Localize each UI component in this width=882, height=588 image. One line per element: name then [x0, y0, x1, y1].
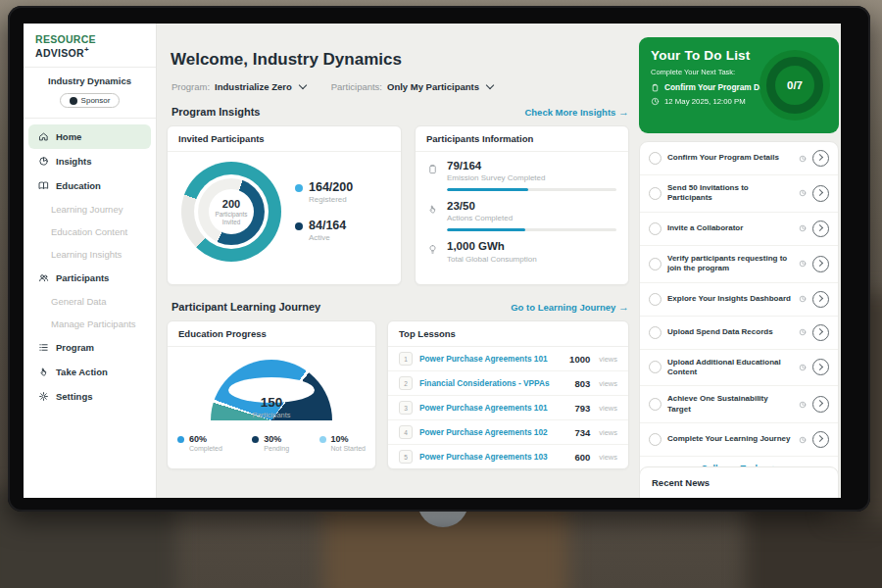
donut-legend: 164/200 Registered 84/164 Active [295, 181, 353, 242]
checkbox-icon[interactable] [649, 187, 662, 200]
lesson-link[interactable]: Power Purchase Agreements 102 [419, 427, 567, 437]
gauge-value-label: Participants [168, 411, 375, 419]
legend-pct: 60% [189, 434, 222, 445]
pie-chart-icon [38, 156, 49, 167]
sidebar-item-learning-insights[interactable]: Learning Insights [24, 243, 156, 266]
go-to-learning-journey-link[interactable]: Go to Learning Journey → [511, 301, 629, 313]
lesson-row: 4 Power Purchase Agreements 102 734 view… [388, 420, 628, 445]
program-filter-label: Program: [172, 81, 210, 92]
chevron-right-icon[interactable] [812, 291, 829, 308]
due-date-label: 12 May 2025, 12:00 PM [664, 97, 746, 106]
legend-label: Not Started [331, 445, 366, 452]
todo-item-explore-insights[interactable]: Explore Your Insights Dashboard [640, 283, 838, 317]
chevron-right-icon[interactable] [812, 220, 829, 237]
participants-dropdown[interactable]: Participants: Only My Participants [331, 81, 493, 92]
recent-news-card: Recent News [639, 466, 839, 498]
chevron-right-icon[interactable] [812, 324, 829, 341]
lesson-link[interactable]: Financial Considerations - VPPAs [419, 378, 567, 388]
active-label: Active [309, 233, 346, 242]
legend-registered: 164/200 Registered [295, 181, 353, 204]
sidebar-item-label: Manage Participants [51, 318, 136, 329]
checkbox-icon[interactable] [649, 293, 662, 306]
invited-participants-body: 200 Participants Invited 164/200 Registe… [168, 152, 401, 262]
sidebar-item-home[interactable]: Home [28, 124, 151, 149]
checkbox-icon[interactable] [649, 152, 662, 165]
participants-information-card: Participants Information 79/164 Emission… [415, 125, 629, 285]
org-name: Industry Dynamics [29, 75, 150, 86]
recent-news-title: Recent News [652, 477, 826, 488]
emission-survey-progressbar [447, 188, 616, 191]
todo-item-verify-participants[interactable]: Verify participants requesting to join t… [640, 246, 838, 283]
lesson-link[interactable]: Power Purchase Agreements 101 [419, 403, 567, 413]
chevron-right-icon[interactable] [812, 359, 829, 375]
chevron-down-icon [486, 81, 494, 89]
logo-text-secondary: ADVISOR [35, 47, 84, 59]
chevron-right-icon[interactable] [812, 431, 829, 448]
chevron-right-icon[interactable] [812, 396, 829, 413]
checkbox-icon[interactable] [649, 398, 662, 411]
stat-label: Emission Survey Completed [447, 173, 545, 182]
checkbox-icon[interactable] [649, 258, 662, 270]
lesson-row: 2 Financial Considerations - VPPAs 803 v… [388, 371, 628, 396]
sidebar-item-education[interactable]: Education [28, 173, 151, 198]
todo-list-panel: Confirm Your Program Details Send 50 Inv… [639, 141, 839, 482]
sidebar-item-education-content[interactable]: Education Content [24, 220, 156, 243]
lesson-link[interactable]: Power Purchase Agreements 103 [419, 452, 567, 462]
sidebar-item-label: General Data [51, 296, 107, 307]
participants-filter-value: Only My Participants [387, 81, 479, 92]
clipboard-icon [427, 164, 438, 174]
sidebar-item-settings[interactable]: Settings [28, 384, 151, 409]
sponsor-badge[interactable]: Sponsor [60, 93, 121, 108]
donut-center-label: 200 Participants Invited [181, 162, 281, 262]
views-count: 734 [574, 427, 590, 438]
clipboard-icon [651, 83, 660, 92]
sidebar-item-participants[interactable]: Participants [28, 266, 151, 290]
checkbox-icon[interactable] [649, 326, 662, 339]
sidebar-item-program[interactable]: Program [28, 335, 151, 360]
sidebar-item-take-action[interactable]: Take Action [28, 360, 151, 384]
clock-icon [799, 155, 807, 163]
sidebar-item-label: Program [56, 342, 94, 353]
checkbox-icon[interactable] [649, 222, 662, 235]
todo-item-send-invitations[interactable]: Send 50 Invitations to Participants [640, 175, 838, 213]
todo-item-label: Complete Your Learning Journey [667, 434, 793, 444]
sidebar-item-learning-journey[interactable]: Learning Journey [24, 198, 156, 220]
sidebar-item-label: Education [56, 180, 101, 191]
clock-icon [799, 328, 807, 336]
chevron-right-icon[interactable] [812, 185, 829, 202]
todo-item-invite-collaborator[interactable]: Invite a Collaborator [640, 213, 838, 246]
sidebar-item-general-data[interactable]: General Data [24, 290, 156, 313]
views-suffix: views [599, 355, 617, 364]
todo-item-upload-spend-data[interactable]: Upload Spend Data Records [640, 317, 838, 350]
todo-item-achieve-target[interactable]: Achieve One Sustainability Target [640, 386, 838, 423]
checkbox-icon[interactable] [649, 361, 662, 373]
check-more-insights-link[interactable]: Check More Insights → [524, 106, 629, 118]
stat-value: 23/50 [447, 200, 513, 213]
rank-badge: 1 [399, 352, 413, 366]
clock-icon [651, 97, 660, 106]
chevron-right-icon[interactable] [812, 256, 829, 272]
card-title: Top Lessons [388, 321, 628, 347]
logo-text-primary: RESOURCE [35, 33, 96, 45]
invited-participants-card: Invited Participants 200 Participants In… [167, 125, 402, 285]
todo-item-confirm-program[interactable]: Confirm Your Program Details [640, 142, 838, 175]
todo-item-label: Invite a Collaborator [667, 223, 793, 233]
sidebar-item-label: Take Action [56, 367, 108, 377]
completed-dot-icon [177, 436, 184, 443]
sidebar-item-insights[interactable]: Insights [28, 149, 151, 173]
section-title: Program Insights [172, 106, 260, 118]
sponsor-icon [70, 97, 77, 105]
lesson-link[interactable]: Power Purchase Agreements 101 [419, 354, 563, 364]
legend-pct: 10% [331, 434, 366, 445]
clock-icon [799, 224, 807, 232]
program-dropdown[interactable]: Program: Industrialize Zero [172, 81, 306, 92]
chevron-right-icon[interactable] [812, 150, 829, 167]
list-icon [38, 342, 49, 353]
checkbox-icon[interactable] [649, 433, 662, 446]
todo-item-upload-educational-content[interactable]: Upload Additional Educational Content [640, 350, 838, 387]
todo-item-complete-learning-journey[interactable]: Complete Your Learning Journey [640, 423, 838, 457]
stat-actions-completed: 23/50 Actions Completed [416, 192, 628, 222]
chevron-down-icon [298, 81, 306, 89]
sidebar-item-manage-participants[interactable]: Manage Participants [24, 313, 156, 335]
todo-item-label: Explore Your Insights Dashboard [667, 294, 793, 304]
